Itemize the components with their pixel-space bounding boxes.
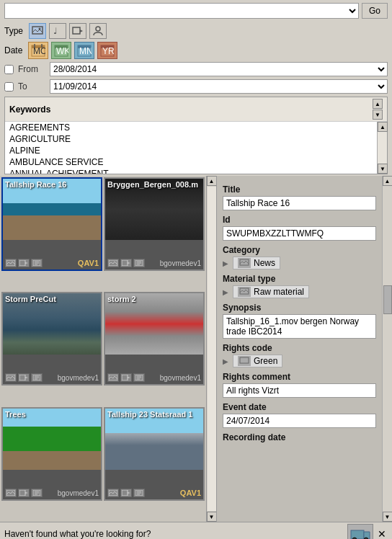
material-type-value: Raw material <box>254 287 304 297</box>
thumbnail-item[interactable]: Storm PreCut bgovmedev1 <box>1 292 102 386</box>
to-checkbox[interactable] <box>4 82 14 92</box>
left-panel: Tallship Race 16 QAV1Bryggen_Bergen_008.… <box>0 176 217 522</box>
synopsis-value: Tallship_16_1.mov bergen Norway trade IB… <box>223 314 376 339</box>
thumb-icon-vid <box>120 259 132 267</box>
keyword-item[interactable]: ANNUAL ACHIEVEMENT <box>5 168 377 174</box>
thumbnail-title: Storm PreCut <box>5 295 56 303</box>
keyword-item[interactable]: AGRICULTURE <box>5 133 377 145</box>
title-label: Title <box>223 184 376 195</box>
type-video-icon[interactable] <box>69 23 86 39</box>
from-label: From <box>18 64 47 74</box>
type-audio-icon[interactable]: ♩ <box>49 23 66 39</box>
thumb-user: bgovmedev1 <box>160 374 201 382</box>
date-icon-1[interactable]: MO <box>28 42 48 59</box>
svg-marker-36 <box>25 377 28 378</box>
svg-rect-42 <box>122 375 128 380</box>
rights-code-row: ▶ Green <box>223 355 376 368</box>
keywords-scroll-up[interactable]: ▲ <box>373 99 383 109</box>
to-row: To 11/09/2014 <box>0 78 392 95</box>
material-type-row: ▶ Raw material <box>223 285 376 298</box>
thumb-icon-doc <box>31 489 43 497</box>
right-scrollbar[interactable]: ▲ ▼ <box>382 176 392 522</box>
category-tag: News <box>233 257 280 270</box>
keywords-title: Keywords <box>9 104 50 115</box>
help-text: Haven't found what you're looking for? <box>4 529 344 539</box>
rights-code-arrow[interactable]: ▶ <box>223 357 230 365</box>
thumb-icon-vid <box>120 373 132 382</box>
go-button[interactable]: Go <box>362 3 388 19</box>
type-label: Type <box>4 26 23 36</box>
thumbnail-title: storm 2 <box>107 295 136 303</box>
svg-text:MO: MO <box>33 46 45 56</box>
keywords-scrollbar[interactable]: ▲ ▼ <box>377 122 387 174</box>
category-value: News <box>254 258 275 268</box>
thumb-icon-vid <box>18 373 30 382</box>
kw-down-arrow[interactable]: ▼ <box>378 164 388 174</box>
thumb-user: bgovmedev1 <box>58 374 99 382</box>
material-type-tag: Raw material <box>233 285 309 298</box>
to-date-select[interactable]: 11/09/2014 <box>50 79 388 94</box>
svg-text:WK: WK <box>56 46 68 56</box>
bottom-close[interactable]: ✕ <box>376 528 388 539</box>
grid-scrollbar[interactable]: ▲ ▼ <box>206 176 216 522</box>
thumb-quality: QAV1 <box>78 259 99 267</box>
right-scroll-up[interactable]: ▲ <box>383 176 393 186</box>
right-panel: Title Tallship Race 16 Id SWUPMBXZZLTTWM… <box>217 176 392 522</box>
svg-marker-50 <box>25 492 28 494</box>
event-date-label: Event date <box>223 402 376 412</box>
keyword-item[interactable]: ALPINE <box>5 145 377 156</box>
thumb-icon-doc <box>31 373 43 382</box>
grid-scroll-up[interactable]: ▲ <box>207 176 217 186</box>
thumb-quality: QAV1 <box>180 489 201 497</box>
to-label: To <box>18 81 47 92</box>
keyword-item[interactable]: AGREEMENTS <box>5 122 377 133</box>
rights-code-tag: Green <box>233 355 282 368</box>
keywords-header: Keywords ▲ ▼ <box>5 97 387 122</box>
thumbnail-title: Tallship Race 16 <box>5 180 66 189</box>
from-checkbox[interactable] <box>4 65 14 74</box>
truck-icon[interactable] <box>347 524 373 539</box>
category-label: Category <box>223 245 376 255</box>
url-input[interactable] <box>4 3 359 19</box>
thumbnail-item[interactable]: storm 2 bgovmedev1 <box>104 292 205 386</box>
svg-text:MN: MN <box>79 46 92 56</box>
svg-text:♩: ♩ <box>53 26 58 36</box>
rights-code-tag-icon <box>238 356 251 366</box>
svg-rect-3 <box>73 27 80 34</box>
grid-scroll-down[interactable]: ▼ <box>207 512 217 522</box>
keywords-section: Keywords ▲ ▼ AGREEMENTSAGRICULTUREALPINE… <box>4 97 388 174</box>
date-icon-3[interactable]: MN <box>74 42 94 59</box>
keywords-list: AGREEMENTSAGRICULTUREALPINEAMBULANCE SER… <box>5 122 377 174</box>
thumbnail-item[interactable]: Tallship Race 16 QAV1 <box>1 177 102 271</box>
date-icon-2[interactable]: WK <box>51 42 71 59</box>
thumbnail-title: Bryggen_Bergen_008.m <box>107 180 198 189</box>
from-date-select[interactable]: 28/08/2014 <box>50 62 388 76</box>
rights-comment-label: Rights comment <box>223 372 376 382</box>
thumb-icon-img <box>107 489 119 497</box>
thumb-icon-img <box>107 373 119 382</box>
svg-marker-57 <box>128 492 130 494</box>
svg-point-5 <box>96 27 100 31</box>
svg-text:YR: YR <box>102 46 115 56</box>
thumbnail-item[interactable]: Bryggen_Bergen_008.m bgovmedev1 <box>104 177 205 271</box>
svg-rect-64 <box>240 357 249 363</box>
thumbnail-item[interactable]: Tallship 23 Statsraad 1 QAV1 <box>104 407 205 501</box>
url-bar: Go <box>0 0 392 22</box>
event-date-value: 24/07/2014 <box>223 414 376 428</box>
thumb-icon-img <box>5 259 17 267</box>
bottom-bar: Haven't found what you're looking for? ✕ <box>0 522 392 539</box>
date-label: Date <box>4 45 22 55</box>
material-type-arrow[interactable]: ▶ <box>223 288 230 296</box>
svg-rect-28 <box>122 260 128 266</box>
right-scroll-down[interactable]: ▼ <box>383 512 393 522</box>
type-image-icon[interactable] <box>29 23 46 39</box>
svg-point-1 <box>39 28 41 30</box>
category-arrow[interactable]: ▶ <box>223 259 230 267</box>
type-person-icon[interactable] <box>89 23 107 39</box>
id-value: SWUPMBXZZLTTWMFQ <box>223 226 376 241</box>
keywords-scroll-down[interactable]: ▼ <box>373 110 383 120</box>
keyword-item[interactable]: AMBULANCE SERVICE <box>5 156 377 168</box>
thumbnail-item[interactable]: Trees bgovmedev1 <box>1 407 102 501</box>
date-icon-4[interactable]: YR <box>97 42 117 59</box>
kw-up-arrow[interactable]: ▲ <box>378 122 388 132</box>
